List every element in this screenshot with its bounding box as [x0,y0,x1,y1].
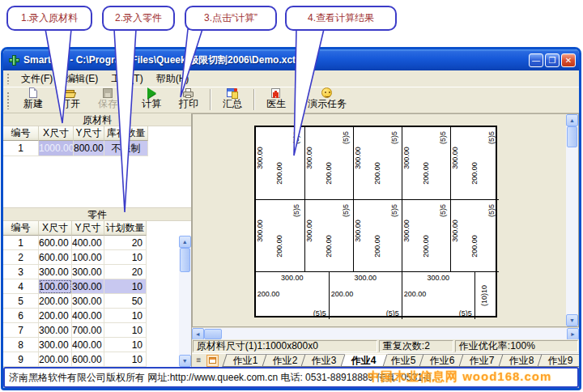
sheet-tab-作业9[interactable]: 作业9 [538,354,581,367]
table-row[interactable]: 7300.00700.0010 [3,323,191,338]
cell-qty[interactable]: 50 [104,294,147,309]
cell-x[interactable]: 200.00 [39,294,72,309]
sheet-tab-label: 作业3 [312,355,337,367]
cell-qty[interactable]: 10 [104,250,147,265]
scrollbar-thumb[interactable] [204,329,222,339]
cell-qty[interactable]: 10 [104,338,147,352]
materials-col-x[interactable]: X尺寸 [39,126,74,141]
cell-width-label: 200.00 [373,162,381,185]
cell-x[interactable]: 300.00 [39,338,72,352]
maximize-button[interactable]: ❐ [545,53,560,67]
cell-x[interactable]: 200.00 [39,309,72,323]
sheet-list-button[interactable] [206,355,219,367]
cell-x[interactable]: 300.00 [39,265,72,279]
toolbar-button-保存[interactable]: 保存 [89,87,126,112]
cell-height-label: 300.00 [256,219,264,242]
scroll-up-icon[interactable]: ▲ [179,236,191,248]
toolbar-button-打开[interactable]: 打开 [52,87,89,112]
diagram-cell: 300.00200.00(5)5 [256,127,304,199]
toolbar-button-医生[interactable]: 医生 [257,87,295,112]
menu-item-1[interactable]: 编辑(E) [59,70,104,87]
parts-col-qty[interactable]: 计划数量 [104,221,147,236]
canvas-vscrollbar[interactable]: ▲ ▼ [566,114,578,326]
scroll-down-icon[interactable]: ▼ [179,355,191,367]
scroll-down-icon[interactable]: ▼ [566,314,578,326]
minimize-button[interactable]: — [529,53,543,67]
canvas-hscrollbar[interactable]: ◄ ► [192,327,579,339]
cell-qty[interactable]: 20 [104,236,147,250]
materials-empty-area [3,156,191,207]
table-row[interactable]: 2600.00100.0010 [3,250,191,265]
menubar-gripper[interactable] [6,73,10,84]
sheet-tab-作业4[interactable]: 作业4 [340,354,387,367]
cell-x[interactable]: 100.00 [39,279,72,294]
scrollbar-thumb[interactable] [567,126,577,147]
toolbar-button-新建[interactable]: 新建 [15,87,52,112]
scrollbar-track[interactable] [179,272,191,355]
cell-qty[interactable]: 10 [104,309,147,323]
cell-y[interactable]: 400.00 [72,236,104,250]
toolbar-button-计算[interactable]: 计算 [133,87,170,112]
cell-stock[interactable]: 不限制 [104,141,148,156]
status-optimization-rate: 作业优化率:100% [455,340,578,352]
table-row[interactable]: 3300.00300.0020 [3,265,191,279]
tab-menu-button[interactable]: ≡ [193,355,205,367]
cell-y[interactable]: 700.00 [72,323,104,338]
cell-x[interactable]: 200.00 [39,352,72,367]
materials-col-y[interactable]: Y尺寸 [74,126,104,141]
cell-y[interactable]: 300.00 [72,294,104,309]
scrollbar-thumb[interactable] [180,248,190,272]
diagram-cell: 300.00200.00(5)5 [304,127,353,199]
close-button[interactable]: ✕ [561,53,576,67]
diagram-cell: 300.00200.00(5)5 [256,199,304,271]
scroll-up-icon[interactable]: ▲ [566,114,578,126]
parts-col-no[interactable]: 编号 [3,221,39,236]
materials-col-stock[interactable]: 库存数量 [104,126,148,141]
materials-col-no[interactable]: 编号 [3,126,39,141]
watermark-text: 中国木业信息网 wood168.com [368,369,551,385]
parts-rows: 1600.00400.00202600.00100.00103300.00300… [3,236,191,367]
table-row[interactable]: 1600.00400.0020 [3,236,191,250]
cell-x[interactable]: 600.00 [39,250,72,265]
cell-qty[interactable]: 20 [104,265,147,279]
menubar: 文件(F)编辑(E)工具(T)帮助(H) [3,70,579,87]
titlebar[interactable]: SmartCut - C:\Program Files\Queek\极限切割20… [3,49,579,70]
toolbar-button-汇总[interactable]: 汇总 [214,87,251,112]
cell-width-label: 200.00 [422,162,430,185]
menu-item-3[interactable]: 帮助(H) [150,70,196,87]
cell-y[interactable]: 300.00 [72,265,104,279]
cell-y[interactable]: 400.00 [72,309,104,323]
cell-y[interactable]: 800.00 [74,141,104,156]
menu-item-0[interactable]: 文件(F) [15,70,59,87]
cell-x[interactable]: 300.00 [39,323,72,338]
cell-y[interactable]: 600.00 [72,352,104,367]
table-row[interactable]: 9200.00600.0010 [3,352,191,367]
company-marquee-bar: 济南黑格软件有限公司版权所有 网址:http://www.queek.com.c… [3,367,579,388]
table-row[interactable]: 5200.00300.0050 [3,294,191,309]
parts-col-x[interactable]: X尺寸 [39,221,72,236]
callout-step-1: 1.录入原材料 [6,6,92,31]
diagram-cell: 300.00200.00(5)5 [450,199,499,271]
cell-x[interactable]: 600.00 [39,236,72,250]
table-row[interactable]: 8300.00400.0010 [3,338,191,352]
cell-y[interactable]: 300.00 [72,279,104,294]
scrollbar-track[interactable] [566,147,578,314]
cell-qty[interactable]: 10 [104,279,147,294]
cell-y[interactable]: 400.00 [72,338,104,352]
toolbar-gripper[interactable] [6,92,10,109]
parts-scrollbar[interactable]: ▲ ▼ [179,236,191,367]
toolbar-button-打印[interactable]: 打印 [170,87,207,112]
cell-qty[interactable]: 10 [104,323,147,338]
table-row[interactable]: 4100.00300.0010 [3,279,191,294]
parts-col-y[interactable]: Y尺寸 [72,221,104,236]
cell-no: 5 [3,294,39,309]
menu-item-2[interactable]: 工具(T) [104,70,149,87]
cell-qty[interactable]: 10 [104,352,147,367]
cell-y[interactable]: 100.00 [72,250,104,265]
toolbar-button-演示任务[interactable]: 演示任务 [301,87,353,112]
table-row[interactable]: 6200.00400.0010 [3,309,191,323]
cell-x[interactable]: 1000.00 [39,141,74,156]
table-row[interactable]: 11000.00800.00不限制 [3,141,191,156]
scroll-right-icon[interactable]: ► [567,328,579,340]
scroll-left-icon[interactable]: ◄ [192,328,204,340]
